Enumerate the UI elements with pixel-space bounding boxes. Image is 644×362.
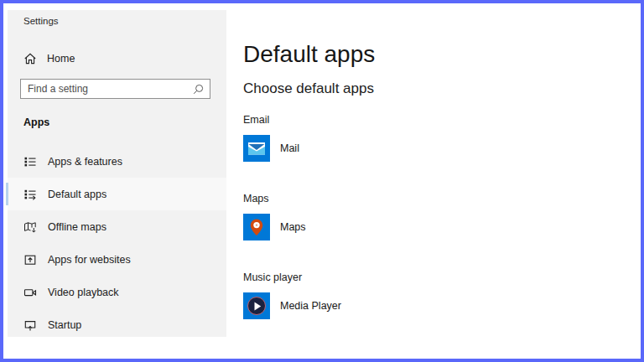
search-input[interactable] [21, 83, 193, 95]
default-apps-icon [23, 188, 37, 201]
category-maps: Maps Maps [243, 193, 375, 240]
sidebar-item-label: Video playback [48, 287, 119, 298]
media-player-icon [243, 292, 270, 319]
app-name: Mail [280, 142, 299, 154]
search-box[interactable] [20, 79, 210, 99]
search-icon [193, 84, 210, 95]
sidebar-nav: Apps & features Default apps [8, 145, 226, 341]
home-label: Home [47, 53, 75, 65]
apps-features-icon [23, 155, 37, 168]
sidebar-item-startup[interactable]: Startup [8, 308, 226, 341]
category-label: Maps [243, 193, 375, 205]
sidebar-item-label: Apps for websites [48, 254, 131, 266]
sidebar-item-label: Offline maps [48, 221, 106, 233]
selection-indicator [6, 183, 8, 205]
maps-icon [243, 214, 270, 240]
page-title: Default apps [243, 40, 375, 69]
default-app-email-button[interactable]: Mail [243, 135, 375, 162]
home-icon [23, 52, 37, 65]
startup-icon [23, 318, 37, 332]
video-playback-icon [23, 286, 37, 299]
sidebar-item-apps-features[interactable]: Apps & features [8, 145, 226, 178]
sidebar-item-video-playback[interactable]: Video playback [8, 276, 226, 308]
category-music-player: Music player Media Player [243, 272, 375, 319]
window-title: Settings [23, 16, 59, 26]
app-name: Maps [280, 221, 306, 233]
main-content: Default apps Choose default apps Email M… [243, 40, 375, 319]
sidebar-section-apps: Apps [23, 116, 49, 128]
sidebar-item-apps-for-websites[interactable]: Apps for websites [8, 243, 226, 276]
default-app-maps-button[interactable]: Maps [243, 214, 375, 240]
sidebar-item-label: Default apps [48, 189, 106, 200]
offline-maps-icon [23, 220, 37, 234]
mail-icon [243, 135, 270, 162]
app-name: Media Player [280, 300, 341, 312]
section-title: Choose default apps [243, 80, 375, 97]
sidebar-item-default-apps[interactable]: Default apps [8, 178, 226, 210]
category-label: Email [243, 114, 375, 127]
sidebar-item-label: Apps & features [48, 156, 122, 168]
sidebar-item-offline-maps[interactable]: Offline maps [8, 210, 226, 243]
default-app-music-button[interactable]: Media Player [243, 292, 375, 319]
apps-for-websites-icon [23, 253, 37, 266]
sidebar: Settings Home Apps [8, 10, 226, 337]
sidebar-item-label: Startup [48, 319, 81, 331]
sidebar-item-home[interactable]: Home [23, 49, 75, 68]
play-circle [247, 297, 266, 315]
category-label: Music player [243, 272, 375, 284]
category-email: Email Mail [243, 114, 375, 162]
